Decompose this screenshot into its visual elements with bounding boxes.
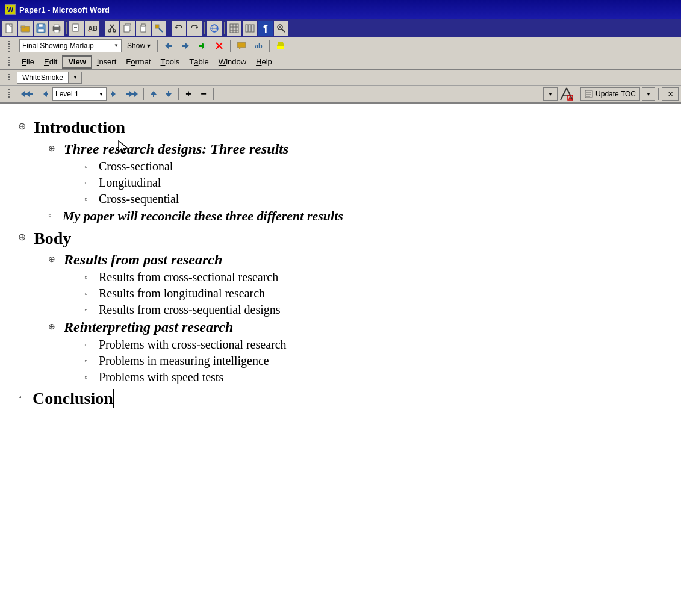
- item-cross-sectional: Cross-sectional: [99, 160, 173, 173]
- svg-rect-59: [8, 57, 10, 58]
- bullet-icon: ▫: [84, 178, 94, 188]
- level-dropdown[interactable]: Level 1 ▼: [52, 87, 107, 101]
- show-hide-btn[interactable]: ¶: [258, 21, 273, 36]
- next-change-btn[interactable]: [178, 39, 193, 53]
- whitesmoke-label: WhiteSmoke: [22, 73, 63, 82]
- paste-btn[interactable]: [136, 21, 151, 36]
- heading-reinterpreting: Reinterpreting past research: [64, 319, 233, 335]
- bullet-icon: ▫: [84, 356, 94, 366]
- update-toc-dropdown[interactable]: ▼: [642, 87, 655, 101]
- redo-btn[interactable]: [187, 21, 202, 36]
- expand-handle-icon[interactable]: ⊕: [48, 322, 60, 332]
- menu-bar: File Edit View Insert Format Tools Table…: [0, 54, 681, 70]
- osep4: [577, 88, 577, 100]
- format-painter-btn[interactable]: [152, 21, 166, 36]
- close-outline-btn[interactable]: ✕: [662, 87, 679, 101]
- whitesmoke-dropdown-btn[interactable]: ▼: [69, 72, 82, 84]
- menu-tools[interactable]: Tools: [155, 55, 184, 69]
- svg-rect-54: [237, 42, 246, 48]
- svg-marker-48: [165, 43, 172, 49]
- expand-handle-icon[interactable]: ⊕: [48, 254, 60, 264]
- svg-rect-24: [155, 25, 159, 28]
- bullet-icon: ▫: [84, 373, 94, 382]
- list-item: ▫ Problems with speed tests: [18, 370, 663, 384]
- reject-btn[interactable]: [212, 39, 226, 53]
- undo-btn[interactable]: [172, 21, 186, 36]
- nav-back-btn[interactable]: [19, 87, 36, 101]
- svg-rect-63: [8, 74, 10, 75]
- table-btn[interactable]: [227, 21, 241, 36]
- svg-rect-31: [230, 24, 238, 33]
- update-toc-btn[interactable]: Update TOC: [580, 87, 640, 101]
- menu-insert[interactable]: Insert: [92, 55, 122, 69]
- sep3: [169, 22, 169, 34]
- svg-rect-23: [141, 24, 145, 26]
- sep5: [224, 22, 225, 34]
- item-results-longitudinal: Results from longitudinal research: [99, 287, 265, 300]
- comment-btn[interactable]: [234, 39, 249, 53]
- save-btn[interactable]: [34, 21, 48, 36]
- list-item: ▫ Conclusion: [18, 389, 663, 408]
- nav-next-btn[interactable]: [108, 87, 122, 101]
- zoom-btn[interactable]: [274, 21, 288, 36]
- svg-rect-66: [8, 89, 10, 90]
- item-results-cross-sectional: Results from cross-sectional research: [99, 270, 278, 284]
- dropdown-arrow-icon: ▼: [114, 43, 119, 48]
- list-item: ▫ Cross-sequential: [18, 192, 663, 206]
- osep1: [143, 88, 144, 100]
- cut-btn[interactable]: [105, 21, 119, 36]
- heading-results-past: Results from past research: [64, 252, 222, 268]
- outline-grip: [2, 87, 17, 101]
- open-btn[interactable]: [18, 21, 33, 36]
- expand-handle-icon[interactable]: ⊕: [48, 143, 60, 154]
- item-my-paper: My paper will reconcile these three diff…: [63, 208, 343, 224]
- expand-handle-icon[interactable]: ⊕: [18, 120, 30, 132]
- document-area[interactable]: ⊕ Introduction ⊕ Three research designs:…: [0, 104, 681, 616]
- menu-window[interactable]: Window: [214, 55, 251, 69]
- menu-edit[interactable]: Edit: [39, 55, 62, 69]
- prev-change-btn[interactable]: [161, 39, 176, 53]
- svg-rect-11: [74, 25, 77, 25]
- accept-btn[interactable]: [195, 39, 210, 53]
- preview-btn[interactable]: [69, 21, 84, 36]
- new-btn[interactable]: [2, 21, 17, 36]
- list-item: ⊕ Reinterpreting past research: [18, 319, 663, 335]
- list-item: ⊕ Introduction: [18, 118, 663, 137]
- markup-dropdown[interactable]: Final Showing Markup ▼: [19, 39, 122, 52]
- osep2: [178, 88, 179, 100]
- list-item: ▫ My paper will reconcile these three di…: [18, 208, 663, 224]
- internet-btn[interactable]: [207, 21, 222, 36]
- spellcheck-btn[interactable]: AB~: [85, 21, 99, 36]
- expand-handle-icon[interactable]: ⊕: [18, 231, 30, 243]
- svg-text:ab: ab: [255, 42, 263, 49]
- line-dropdown[interactable]: ▼: [543, 87, 558, 101]
- expand-btn[interactable]: +: [182, 87, 195, 101]
- nav-prev-btn[interactable]: [37, 87, 51, 101]
- copy-btn[interactable]: [120, 21, 135, 36]
- highlighter-btn[interactable]: [273, 39, 288, 53]
- svg-marker-72: [43, 91, 48, 97]
- sep1: [66, 22, 67, 34]
- menu-file[interactable]: File: [17, 55, 39, 69]
- move-up-btn[interactable]: [147, 87, 160, 101]
- svg-rect-64: [8, 76, 10, 78]
- menu-help[interactable]: Help: [251, 55, 277, 69]
- move-down-btn[interactable]: [162, 87, 175, 101]
- svg-marker-75: [131, 91, 138, 97]
- osep3: [213, 88, 214, 100]
- svg-line-40: [282, 29, 285, 32]
- level-dropdown-text: Level 1: [55, 90, 79, 98]
- collapse-btn[interactable]: −: [197, 87, 210, 101]
- sep4: [204, 22, 205, 34]
- menu-view[interactable]: View: [62, 55, 92, 69]
- review-btn[interactable]: ab: [251, 39, 266, 53]
- nav-fwd-btn[interactable]: [123, 87, 140, 101]
- whitesmoke-button[interactable]: WhiteSmoke: [17, 72, 69, 84]
- menu-table[interactable]: Table: [184, 55, 214, 69]
- columns-btn[interactable]: [243, 21, 257, 36]
- menu-format[interactable]: Format: [121, 55, 155, 69]
- heading-body: Body: [34, 229, 71, 248]
- show-btn[interactable]: Show ▾: [124, 39, 154, 53]
- app-window: W Paper1 - Microsoft Word AB~: [0, 0, 681, 616]
- print-btn[interactable]: [49, 21, 64, 36]
